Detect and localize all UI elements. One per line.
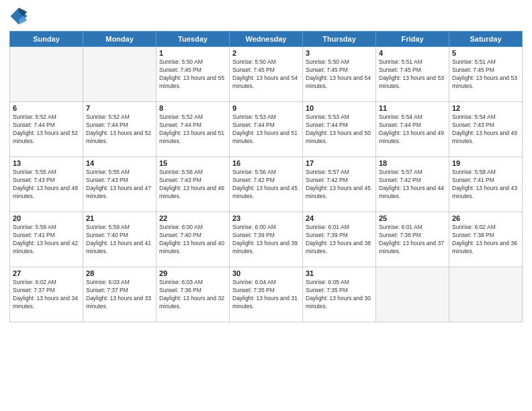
day-info: Sunrise: 5:52 AMSunset: 7:44 PMDaylight:… bbox=[86, 113, 153, 146]
day-number: 19 bbox=[452, 159, 519, 167]
day-number: 22 bbox=[159, 214, 226, 222]
calendar-cell: 18Sunrise: 5:57 AMSunset: 7:42 PMDayligh… bbox=[376, 157, 449, 212]
day-number: 28 bbox=[86, 269, 153, 277]
week-row-1: 6Sunrise: 5:52 AMSunset: 7:44 PMDaylight… bbox=[10, 102, 523, 157]
day-info: Sunrise: 5:59 AMSunset: 7:40 PMDaylight:… bbox=[86, 224, 153, 256]
day-number: 7 bbox=[86, 104, 153, 112]
day-number: 25 bbox=[379, 214, 446, 222]
calendar-cell: 11Sunrise: 5:54 AMSunset: 7:44 PMDayligh… bbox=[376, 102, 449, 157]
day-info: Sunrise: 5:53 AMSunset: 7:44 PMDaylight:… bbox=[306, 113, 373, 146]
calendar-cell: 20Sunrise: 5:59 AMSunset: 7:41 PMDayligh… bbox=[10, 212, 83, 267]
day-info: Sunrise: 5:57 AMSunset: 7:42 PMDaylight:… bbox=[306, 169, 373, 201]
day-info: Sunrise: 6:03 AMSunset: 7:36 PMDaylight:… bbox=[159, 279, 226, 311]
day-number: 15 bbox=[159, 159, 226, 167]
day-info: Sunrise: 5:52 AMSunset: 7:44 PMDaylight:… bbox=[159, 113, 226, 146]
day-number: 21 bbox=[86, 214, 153, 222]
calendar-cell bbox=[83, 47, 157, 102]
weekday-header-sunday: Sunday bbox=[10, 32, 83, 47]
day-number: 14 bbox=[86, 159, 153, 167]
day-number: 30 bbox=[232, 269, 300, 277]
week-row-0: 1Sunrise: 5:50 AMSunset: 7:45 PMDaylight… bbox=[10, 47, 523, 102]
day-info: Sunrise: 5:56 AMSunset: 7:43 PMDaylight:… bbox=[159, 169, 226, 201]
day-info: Sunrise: 6:03 AMSunset: 7:37 PMDaylight:… bbox=[86, 279, 153, 311]
day-number: 27 bbox=[13, 269, 80, 277]
calendar-cell: 31Sunrise: 6:05 AMSunset: 7:35 PMDayligh… bbox=[303, 267, 376, 322]
header bbox=[9, 7, 523, 26]
page: SundayMondayTuesdayWednesdayThursdayFrid… bbox=[0, 0, 532, 411]
weekday-header-friday: Friday bbox=[376, 32, 449, 47]
day-info: Sunrise: 6:00 AMSunset: 7:39 PMDaylight:… bbox=[232, 224, 300, 256]
day-number: 3 bbox=[306, 49, 373, 57]
calendar-cell: 26Sunrise: 6:02 AMSunset: 7:38 PMDayligh… bbox=[449, 212, 523, 267]
day-number: 5 bbox=[452, 49, 519, 57]
day-number: 17 bbox=[306, 159, 373, 167]
calendar-cell: 21Sunrise: 5:59 AMSunset: 7:40 PMDayligh… bbox=[83, 212, 157, 267]
calendar-cell: 30Sunrise: 6:04 AMSunset: 7:35 PMDayligh… bbox=[230, 267, 303, 322]
day-number: 24 bbox=[306, 214, 373, 222]
day-info: Sunrise: 6:02 AMSunset: 7:38 PMDaylight:… bbox=[452, 224, 519, 256]
day-info: Sunrise: 6:05 AMSunset: 7:35 PMDaylight:… bbox=[306, 279, 373, 311]
day-number: 18 bbox=[379, 159, 446, 167]
day-info: Sunrise: 5:58 AMSunset: 7:41 PMDaylight:… bbox=[452, 169, 519, 201]
weekday-header-thursday: Thursday bbox=[303, 32, 376, 47]
day-number: 1 bbox=[159, 49, 226, 57]
week-row-3: 20Sunrise: 5:59 AMSunset: 7:41 PMDayligh… bbox=[10, 212, 523, 267]
calendar-cell: 19Sunrise: 5:58 AMSunset: 7:41 PMDayligh… bbox=[449, 157, 523, 212]
calendar-cell: 7Sunrise: 5:52 AMSunset: 7:44 PMDaylight… bbox=[83, 102, 157, 157]
day-info: Sunrise: 5:51 AMSunset: 7:45 PMDaylight:… bbox=[452, 58, 519, 91]
day-info: Sunrise: 5:57 AMSunset: 7:42 PMDaylight:… bbox=[379, 169, 446, 201]
calendar-cell: 17Sunrise: 5:57 AMSunset: 7:42 PMDayligh… bbox=[303, 157, 376, 212]
day-info: Sunrise: 6:01 AMSunset: 7:39 PMDaylight:… bbox=[306, 224, 373, 256]
calendar-cell: 8Sunrise: 5:52 AMSunset: 7:44 PMDaylight… bbox=[157, 102, 230, 157]
calendar-cell: 3Sunrise: 5:50 AMSunset: 7:45 PMDaylight… bbox=[303, 47, 376, 102]
calendar-table: SundayMondayTuesdayWednesdayThursdayFrid… bbox=[9, 31, 523, 322]
day-info: Sunrise: 5:50 AMSunset: 7:45 PMDaylight:… bbox=[232, 58, 300, 91]
day-number: 12 bbox=[452, 104, 519, 112]
day-info: Sunrise: 5:54 AMSunset: 7:44 PMDaylight:… bbox=[379, 113, 446, 146]
day-info: Sunrise: 5:55 AMSunset: 7:43 PMDaylight:… bbox=[13, 169, 80, 201]
calendar-cell bbox=[376, 267, 449, 322]
day-number: 8 bbox=[159, 104, 226, 112]
week-row-4: 27Sunrise: 6:02 AMSunset: 7:37 PMDayligh… bbox=[10, 267, 523, 322]
calendar-cell: 15Sunrise: 5:56 AMSunset: 7:43 PMDayligh… bbox=[157, 157, 230, 212]
day-number: 23 bbox=[232, 214, 300, 222]
calendar-cell: 22Sunrise: 6:00 AMSunset: 7:40 PMDayligh… bbox=[157, 212, 230, 267]
day-number: 2 bbox=[232, 49, 300, 57]
calendar-cell: 4Sunrise: 5:51 AMSunset: 7:45 PMDaylight… bbox=[376, 47, 449, 102]
day-number: 31 bbox=[306, 269, 373, 277]
calendar-cell: 23Sunrise: 6:00 AMSunset: 7:39 PMDayligh… bbox=[230, 212, 303, 267]
calendar-cell: 13Sunrise: 5:55 AMSunset: 7:43 PMDayligh… bbox=[10, 157, 83, 212]
day-number: 9 bbox=[232, 104, 300, 112]
weekday-header-wednesday: Wednesday bbox=[230, 32, 303, 47]
day-number: 20 bbox=[13, 214, 80, 222]
calendar-cell: 24Sunrise: 6:01 AMSunset: 7:39 PMDayligh… bbox=[303, 212, 376, 267]
day-number: 4 bbox=[379, 49, 446, 57]
logo bbox=[9, 7, 31, 26]
calendar-cell: 1Sunrise: 5:50 AMSunset: 7:45 PMDaylight… bbox=[157, 47, 230, 102]
day-info: Sunrise: 5:54 AMSunset: 7:43 PMDaylight:… bbox=[452, 113, 519, 146]
weekday-header-row: SundayMondayTuesdayWednesdayThursdayFrid… bbox=[10, 32, 523, 47]
day-number: 10 bbox=[306, 104, 373, 112]
weekday-header-saturday: Saturday bbox=[449, 32, 523, 47]
calendar-cell: 16Sunrise: 5:56 AMSunset: 7:42 PMDayligh… bbox=[230, 157, 303, 212]
day-info: Sunrise: 5:52 AMSunset: 7:44 PMDaylight:… bbox=[13, 113, 80, 146]
calendar-cell: 29Sunrise: 6:03 AMSunset: 7:36 PMDayligh… bbox=[157, 267, 230, 322]
day-info: Sunrise: 5:59 AMSunset: 7:41 PMDaylight:… bbox=[13, 224, 80, 256]
calendar-cell bbox=[10, 47, 83, 102]
day-info: Sunrise: 6:02 AMSunset: 7:37 PMDaylight:… bbox=[13, 279, 80, 311]
weekday-header-monday: Monday bbox=[83, 32, 157, 47]
day-number: 6 bbox=[13, 104, 80, 112]
calendar-cell: 27Sunrise: 6:02 AMSunset: 7:37 PMDayligh… bbox=[10, 267, 83, 322]
day-number: 11 bbox=[379, 104, 446, 112]
logo-icon bbox=[9, 7, 28, 26]
week-row-2: 13Sunrise: 5:55 AMSunset: 7:43 PMDayligh… bbox=[10, 157, 523, 212]
calendar-cell: 14Sunrise: 5:55 AMSunset: 7:43 PMDayligh… bbox=[83, 157, 157, 212]
day-number: 29 bbox=[159, 269, 226, 277]
day-info: Sunrise: 6:01 AMSunset: 7:38 PMDaylight:… bbox=[379, 224, 446, 256]
calendar-cell: 10Sunrise: 5:53 AMSunset: 7:44 PMDayligh… bbox=[303, 102, 376, 157]
day-number: 26 bbox=[452, 214, 519, 222]
day-info: Sunrise: 5:50 AMSunset: 7:45 PMDaylight:… bbox=[159, 58, 226, 91]
day-info: Sunrise: 5:53 AMSunset: 7:44 PMDaylight:… bbox=[232, 113, 300, 146]
day-number: 13 bbox=[13, 159, 80, 167]
day-info: Sunrise: 5:51 AMSunset: 7:45 PMDaylight:… bbox=[379, 58, 446, 91]
